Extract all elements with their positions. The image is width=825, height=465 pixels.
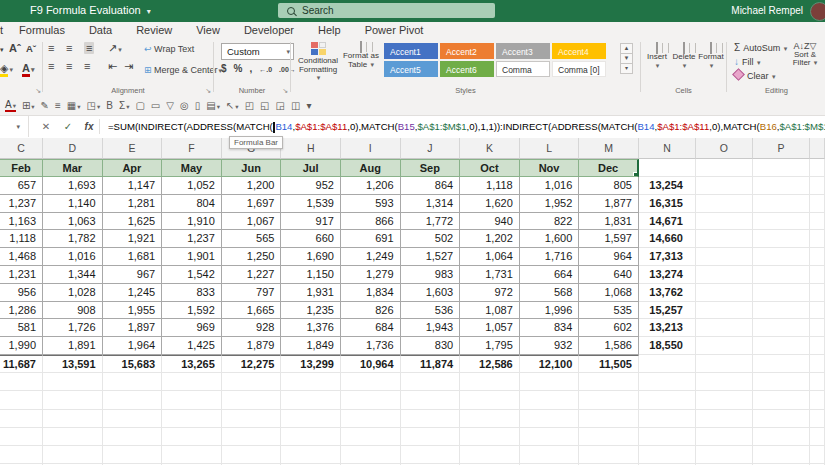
data-cell[interactable]: 1,067	[222, 213, 282, 231]
column-header-K[interactable]: K	[460, 138, 520, 159]
align-middle-icon[interactable]: ≡	[66, 42, 72, 54]
increase-indent-icon[interactable]: ⇥	[124, 60, 133, 72]
grand-total-cell[interactable]: 13,591	[43, 355, 103, 373]
data-cell[interactable]: 1,891	[43, 337, 103, 355]
row-total-cell[interactable]: 17,313	[639, 248, 696, 266]
style-chip-accent3[interactable]: Accent3	[496, 43, 550, 59]
row-total-cell[interactable]: 14,660	[639, 230, 696, 248]
empty-cell[interactable]	[520, 428, 580, 446]
empty-cell[interactable]	[810, 248, 825, 266]
empty-cell[interactable]	[103, 391, 163, 409]
data-cell[interactable]: 1,592	[162, 302, 222, 320]
empty-cell[interactable]	[810, 159, 825, 177]
window-icon[interactable]: ◫	[291, 100, 300, 111]
empty-cell[interactable]	[696, 302, 753, 320]
empty-cell[interactable]	[162, 410, 222, 428]
increase-font-icon[interactable]: Aˆ	[9, 42, 21, 54]
data-cell[interactable]: 1,877	[579, 195, 639, 213]
data-cell[interactable]: 969	[162, 319, 222, 337]
alignment-dialog-launcher-icon[interactable]: ↘	[205, 87, 211, 95]
data-cell[interactable]: 1,016	[43, 248, 103, 266]
data-cell[interactable]: 691	[341, 230, 401, 248]
empty-cell[interactable]	[753, 391, 810, 409]
data-cell[interactable]: 535	[579, 302, 639, 320]
empty-cell[interactable]	[281, 428, 341, 446]
comma-format-icon[interactable]: ,	[249, 63, 252, 74]
empty-cell[interactable]	[696, 337, 753, 355]
column-header-partial[interactable]	[810, 138, 825, 159]
data-cell[interactable]: 1,955	[103, 302, 163, 320]
empty-cell[interactable]	[696, 391, 753, 409]
empty-cell[interactable]	[520, 446, 580, 464]
data-cell[interactable]: 1,795	[460, 337, 520, 355]
empty-cell[interactable]	[401, 428, 461, 446]
data-cell[interactable]: 1,597	[579, 230, 639, 248]
empty-cell[interactable]	[43, 446, 103, 464]
tab-data[interactable]: Data	[77, 24, 124, 36]
month-cell-oct[interactable]: Oct	[460, 159, 520, 177]
cancel-entry-button[interactable]: ✕	[36, 116, 56, 137]
month-cell-jun[interactable]: Jun	[222, 159, 282, 177]
empty-cell[interactable]	[401, 391, 461, 409]
empty-cell[interactable]	[753, 230, 810, 248]
empty-cell[interactable]	[520, 391, 580, 409]
empty-cell[interactable]	[579, 391, 639, 409]
data-cell[interactable]: 593	[341, 195, 401, 213]
month-cell-may[interactable]: May	[162, 159, 222, 177]
data-cell[interactable]: 1,235	[281, 302, 341, 320]
empty-cell[interactable]	[810, 373, 825, 391]
data-cell[interactable]: 1,087	[460, 302, 520, 320]
empty-cell[interactable]	[753, 319, 810, 337]
empty-cell[interactable]	[0, 446, 43, 464]
column-header-L[interactable]: L	[520, 138, 580, 159]
data-cell[interactable]: 1,286	[0, 302, 43, 320]
data-cell[interactable]: 1,140	[43, 195, 103, 213]
empty-cell[interactable]	[460, 391, 520, 409]
data-cell[interactable]: 568	[520, 284, 580, 302]
data-cell[interactable]: 940	[460, 213, 520, 231]
empty-cell[interactable]	[696, 428, 753, 446]
export-file-icon[interactable]: ◰	[245, 100, 254, 111]
data-cell[interactable]: 1,897	[103, 319, 163, 337]
empty-cell[interactable]	[579, 446, 639, 464]
data-cell[interactable]: 1,665	[222, 302, 282, 320]
row-total-cell[interactable]: 13,762	[639, 284, 696, 302]
empty-cell[interactable]	[341, 373, 401, 391]
grand-total-cell[interactable]: 11,687	[0, 355, 43, 373]
empty-cell[interactable]	[753, 355, 810, 373]
number-format-combobox[interactable]: Custom▾	[221, 43, 294, 60]
empty-cell[interactable]	[753, 302, 810, 320]
data-cell[interactable]: 1,468	[0, 248, 43, 266]
row-total-cell[interactable]: 15,257	[639, 302, 696, 320]
align-bottom-icon[interactable]: ≡	[84, 42, 94, 54]
data-cell[interactable]: 797	[222, 284, 282, 302]
grand-total-cell[interactable]: 13,265	[162, 355, 222, 373]
data-cell[interactable]: 1,118	[460, 177, 520, 195]
data-cell[interactable]: 1,726	[43, 319, 103, 337]
empty-cell[interactable]	[810, 428, 825, 446]
decrease-font-icon[interactable]: Aˇ	[26, 43, 36, 55]
user-name[interactable]: Michael Rempel	[731, 5, 803, 16]
empty-cell[interactable]	[281, 410, 341, 428]
camera-icon[interactable]: ◎	[180, 100, 189, 111]
format-painter-icon[interactable]: ✎	[41, 100, 49, 111]
grand-total-cell[interactable]: 12,100	[520, 355, 580, 373]
data-cell[interactable]: 1,237	[0, 195, 43, 213]
data-cell[interactable]: 1,057	[460, 319, 520, 337]
empty-cell[interactable]	[222, 373, 282, 391]
data-cell[interactable]: 1,206	[341, 177, 401, 195]
month-cell-dec[interactable]: Dec	[579, 159, 639, 177]
grand-total-cell[interactable]: 12,275	[222, 355, 282, 373]
data-cell[interactable]: 1,964	[103, 337, 163, 355]
style-chip-comma-0-[interactable]: Comma [0]	[552, 61, 606, 77]
data-cell[interactable]: 1,782	[43, 230, 103, 248]
column-header-F[interactable]: F	[162, 138, 222, 159]
empty-cell[interactable]	[753, 446, 810, 464]
data-cell[interactable]: 917	[281, 213, 341, 231]
confirm-entry-button[interactable]: ✓	[58, 116, 78, 137]
data-cell[interactable]: 1,231	[0, 266, 43, 284]
empty-cell[interactable]	[0, 410, 43, 428]
empty-cell[interactable]	[639, 410, 696, 428]
data-cell[interactable]: 1,952	[520, 195, 580, 213]
data-cell[interactable]: 1,245	[103, 284, 163, 302]
